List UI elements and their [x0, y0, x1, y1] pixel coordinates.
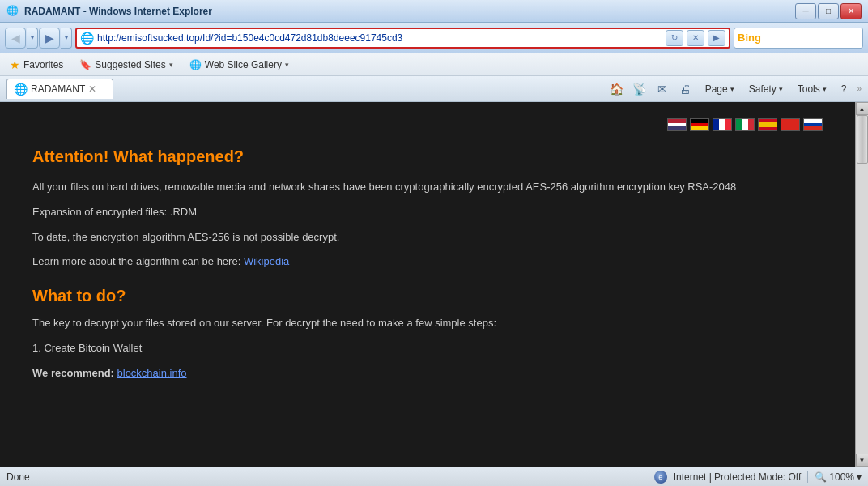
title-bar: 🌐 RADAMANT - Windows Internet Explorer ─…	[0, 0, 868, 23]
security-text: Internet | Protected Mode: Off	[674, 471, 802, 483]
status-left: Done	[6, 471, 30, 483]
paragraph1: All your files on hard drives, removable…	[32, 179, 823, 196]
safety-label: Safety	[749, 83, 777, 95]
flag-us[interactable]	[667, 118, 687, 131]
scrollbar: ▲ ▼	[855, 102, 868, 467]
suggested-icon: 🔖	[79, 59, 91, 70]
favorites-label: Favorites	[23, 59, 63, 70]
status-bar: Done e Internet | Protected Mode: Off 🔍 …	[0, 467, 868, 486]
address-input[interactable]	[97, 32, 662, 44]
learn-more-label: Learn more about the algorithm can be he…	[32, 255, 244, 267]
safety-dropdown-icon: ▾	[779, 85, 783, 93]
flag-es[interactable]	[758, 118, 777, 131]
step1-label: 1. Create Bitcoin Wallet	[32, 340, 823, 357]
safety-button[interactable]: Safety ▾	[745, 81, 787, 97]
forward-dropdown[interactable]: ▾	[61, 28, 72, 49]
tab-ie-icon: 🌐	[14, 83, 28, 96]
flag-fr[interactable]	[713, 118, 732, 131]
suggested-dropdown-icon: ▾	[169, 61, 173, 69]
tab-close-button[interactable]: ✕	[88, 83, 96, 95]
star-icon: ★	[10, 58, 20, 71]
recommend-text: We recommend: blockchain.info	[32, 365, 823, 382]
toolbar-right: 🏠 📡 ✉ 🖨 Page ▾ Safety ▾ Tools ▾ ? »	[607, 79, 862, 99]
flag-vn[interactable]	[781, 118, 800, 131]
recommend-label: We recommend:	[32, 367, 117, 379]
web-slice-dropdown-icon: ▾	[285, 61, 289, 69]
home-button[interactable]: 🏠	[607, 79, 627, 99]
tools-label: Tools	[798, 83, 820, 95]
window-controls: ─ □ ✕	[795, 3, 862, 19]
address-ie-icon: 🌐	[80, 32, 94, 45]
help-label: ?	[841, 83, 847, 95]
web-slice-label: Web Slice Gallery	[205, 59, 282, 70]
flag-ru[interactable]	[803, 118, 823, 131]
webpage-content: Attention! What happened? All your files…	[0, 102, 855, 467]
attention-heading: Attention! What happened?	[32, 147, 823, 166]
search-bar[interactable]: Bing 🔍	[734, 28, 863, 49]
scroll-up-button[interactable]: ▲	[856, 102, 869, 115]
page-button[interactable]: Page ▾	[701, 81, 738, 97]
mail-button[interactable]: ✉	[653, 79, 672, 99]
tab-label: RADAMANT	[31, 83, 85, 95]
active-tab[interactable]: 🌐 RADAMANT ✕	[6, 79, 113, 99]
expansion-label: Expansion of encrypted files: .RDM	[32, 204, 823, 221]
scroll-down-button[interactable]: ▼	[856, 454, 869, 467]
status-separator	[807, 471, 808, 483]
address-go-button[interactable]: ▶	[708, 30, 725, 46]
favorites-button[interactable]: ★ Favorites	[6, 57, 66, 73]
nav-bar: ◀ ▾ ▶ ▾ 🌐 ↻ ✕ ▶ Bing 🔍	[0, 23, 868, 53]
status-text: Done	[6, 471, 30, 483]
status-ie-icon: e	[654, 471, 667, 484]
learn-more-text: Learn more about the algorithm can be he…	[32, 254, 823, 271]
title-bar-text: RADAMANT - Windows Internet Explorer	[24, 6, 212, 17]
suggested-label: Suggested Sites	[95, 59, 165, 70]
decrypt-note: To date, the encryption algorithm AES-25…	[32, 229, 823, 246]
scrollbar-track[interactable]	[856, 115, 868, 454]
forward-button[interactable]: ▶	[39, 28, 60, 49]
tools-dropdown-icon: ▾	[823, 85, 827, 93]
zoom-level: 100%	[829, 471, 854, 483]
zoom-icon: 🔍	[815, 471, 827, 483]
rss-button[interactable]: 📡	[630, 79, 649, 99]
maximize-button[interactable]: □	[818, 3, 839, 19]
minimize-button[interactable]: ─	[795, 3, 816, 19]
back-dropdown[interactable]: ▾	[27, 28, 38, 49]
tools-button[interactable]: Tools ▾	[794, 81, 831, 97]
page-label: Page	[705, 83, 728, 95]
content-area: Attention! What happened? All your files…	[0, 102, 868, 467]
zoom-button[interactable]: 🔍 100% ▾	[815, 471, 862, 483]
address-bar[interactable]: 🌐 ↻ ✕ ▶	[75, 28, 730, 49]
favorites-bar: ★ Favorites 🔖 Suggested Sites ▾ 🌐 Web Sl…	[0, 53, 868, 76]
help-button[interactable]: ?	[837, 81, 851, 97]
web-slice-gallery-button[interactable]: 🌐 Web Slice Gallery ▾	[186, 58, 292, 72]
ie-icon: 🌐	[6, 5, 19, 18]
flag-de[interactable]	[690, 118, 709, 131]
scrollbar-thumb[interactable]	[857, 115, 868, 164]
paragraph2: The key to decrypt your files stored on …	[32, 315, 823, 332]
toolbar: 🌐 RADAMANT ✕ 🏠 📡 ✉ 🖨 Page ▾ Safety ▾ Too…	[0, 76, 868, 102]
blockchain-link[interactable]: blockchain.info	[117, 367, 187, 379]
web-slice-icon: 🌐	[189, 59, 202, 70]
page-dropdown-icon: ▾	[730, 85, 734, 93]
bing-label: Bing	[738, 32, 761, 44]
flag-it[interactable]	[735, 118, 755, 131]
toolbar-icons: 🏠 📡 ✉ 🖨	[607, 79, 695, 99]
toolbar-expand-icon[interactable]: »	[857, 84, 862, 93]
status-right: e Internet | Protected Mode: Off 🔍 100% …	[654, 471, 862, 484]
search-input[interactable]	[764, 32, 868, 44]
refresh-button[interactable]: ↻	[666, 30, 683, 46]
print-button[interactable]: 🖨	[675, 79, 695, 99]
what-heading: What to do?	[32, 287, 823, 305]
back-button[interactable]: ◀	[5, 28, 26, 49]
wikipedia-link[interactable]: Wikipedia	[244, 255, 289, 267]
zoom-dropdown-icon: ▾	[857, 471, 862, 483]
suggested-sites-button[interactable]: 🔖 Suggested Sites ▾	[76, 58, 176, 72]
back-forward-group: ◀ ▾ ▶ ▾	[5, 28, 72, 49]
flag-row	[32, 118, 823, 131]
stop-button[interactable]: ✕	[687, 30, 704, 46]
close-button[interactable]: ✕	[840, 3, 862, 19]
